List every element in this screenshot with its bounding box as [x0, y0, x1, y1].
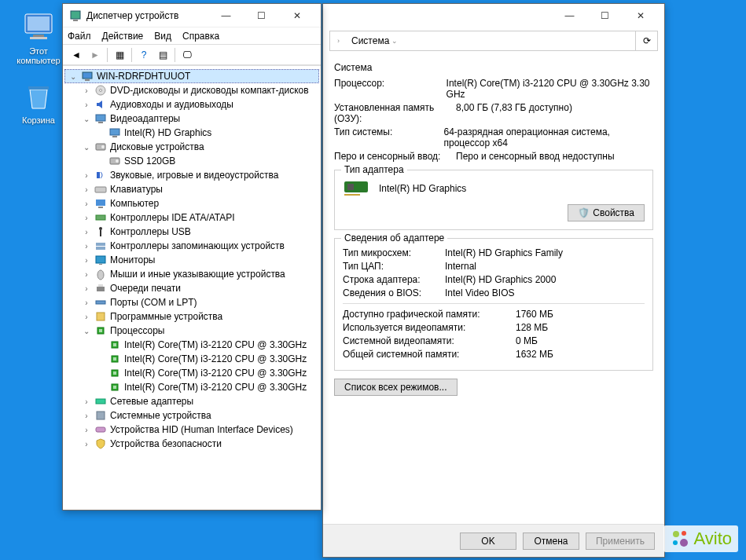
- minimize-button[interactable]: —: [208, 4, 244, 27]
- expand-icon[interactable]: ⌄: [82, 143, 91, 152]
- tree-node[interactable]: ⌄Видеоадаптеры: [64, 112, 319, 126]
- apply-button[interactable]: Применить: [586, 533, 655, 550]
- system-window: — ☐ ✕ › Система ⌄ ⟳ Система Процессор:In…: [322, 3, 665, 558]
- tree-node[interactable]: Intel(R) Core(TM) i3-2120 CPU @ 3.30GHz: [64, 366, 319, 380]
- tree-node[interactable]: Intel(R) HD Graphics: [64, 126, 319, 140]
- tree-node[interactable]: ›Контроллеры IDE ATA/ATAPI: [64, 210, 319, 225]
- tree-node[interactable]: ⌄Дисковые устройства: [64, 140, 319, 154]
- maximize-button[interactable]: ☐: [244, 4, 279, 27]
- svg-rect-36: [96, 301, 105, 304]
- expand-icon[interactable]: ›: [82, 397, 91, 406]
- toolbar-button[interactable]: ?: [135, 46, 153, 64]
- desktop-icon-recycle-bin[interactable]: Корзина: [11, 80, 66, 125]
- tree-root[interactable]: ⌄ WIN-RDRFDHTUUOT: [64, 69, 319, 83]
- expand-icon[interactable]: ⌄: [82, 115, 91, 123]
- expand-icon[interactable]: ›: [82, 298, 91, 307]
- svg-rect-15: [98, 122, 103, 123]
- tree-node[interactable]: ›Аудиовходы и аудиовыходы: [64, 97, 319, 112]
- tree-node[interactable]: ›Сетевые адаптеры: [64, 394, 319, 408]
- toolbar-button[interactable]: ▤: [154, 46, 171, 64]
- refresh-button[interactable]: ⟳: [635, 31, 657, 50]
- svg-rect-10: [83, 72, 92, 79]
- close-button[interactable]: ✕: [623, 5, 658, 27]
- expand-icon[interactable]: ›: [82, 270, 91, 279]
- expand-icon[interactable]: ›: [82, 101, 91, 109]
- row-key: Перо и сенсорный ввод:: [334, 151, 456, 162]
- tree-node[interactable]: ⌄Процессоры: [64, 324, 319, 338]
- tree-node-label: Intel(R) Core(TM) i3-2120 CPU @ 3.30GHz: [124, 353, 307, 364]
- tree-node[interactable]: ›Устройства HID (Human Interface Devices…: [64, 423, 319, 437]
- svg-rect-39: [99, 329, 102, 332]
- svg-rect-17: [112, 136, 117, 137]
- svg-rect-9: [73, 20, 78, 21]
- info-row: Строка адаптера:Intel(R) HD Graphics 200…: [343, 274, 645, 285]
- expand-icon[interactable]: ›: [82, 412, 91, 420]
- tree-node[interactable]: ›Порты (COM и LPT): [64, 295, 319, 309]
- expand-icon[interactable]: ›: [82, 199, 91, 208]
- tree-node[interactable]: ›Очереди печати: [64, 281, 319, 295]
- tree-node[interactable]: Intel(R) Core(TM) i3-2120 CPU @ 3.30GHz: [64, 380, 319, 394]
- tree-node[interactable]: ›DVD-дисководы и дисководы компакт-диско…: [64, 83, 319, 97]
- menu-help[interactable]: Справка: [182, 31, 219, 42]
- svg-rect-24: [96, 199, 105, 206]
- breadcrumb-segment[interactable]: Система ⌄: [347, 31, 405, 50]
- svg-rect-34: [97, 287, 105, 291]
- storage-icon: [94, 240, 107, 252]
- maximize-button[interactable]: ☐: [587, 5, 623, 27]
- tree-node[interactable]: ›Мыши и иные указывающие устройства: [64, 267, 319, 281]
- menu-view[interactable]: Вид: [154, 31, 171, 42]
- expand-icon[interactable]: ›: [82, 228, 91, 236]
- tree-node[interactable]: ›Контроллеры запоминающих устройств: [64, 239, 319, 253]
- menu-action[interactable]: Действие: [102, 31, 144, 42]
- expand-icon[interactable]: ›: [82, 440, 91, 448]
- minimize-button[interactable]: —: [552, 5, 587, 27]
- tree-node[interactable]: ›Звуковые, игровые и видеоустройства: [64, 168, 319, 182]
- tree-node[interactable]: ›Программные устройства: [64, 309, 319, 324]
- forward-button[interactable]: ►: [86, 46, 104, 64]
- tree-node[interactable]: ›Устройства безопасности: [64, 437, 319, 451]
- avito-logo-icon: [670, 529, 690, 549]
- expand-icon[interactable]: ›: [82, 284, 91, 293]
- svg-rect-7: [344, 194, 360, 196]
- tree-node[interactable]: ›Системные устройства: [64, 408, 319, 423]
- back-button[interactable]: ◄: [68, 46, 85, 64]
- ok-button[interactable]: OK: [460, 533, 516, 550]
- tree-node-label: Порты (COM и LPT): [110, 297, 197, 308]
- disk-icon: [108, 155, 121, 167]
- list-modes-button[interactable]: Список всех режимов...: [334, 379, 458, 396]
- close-button[interactable]: ✕: [279, 4, 314, 27]
- expand-icon[interactable]: ›: [82, 214, 91, 222]
- tree-node[interactable]: ›Контроллеры USB: [64, 225, 319, 239]
- toolbar-button[interactable]: ▦: [111, 46, 128, 64]
- tree-node[interactable]: ›Компьютер: [64, 196, 319, 210]
- tree-node[interactable]: Intel(R) Core(TM) i3-2120 CPU @ 3.30GHz: [64, 338, 319, 352]
- expand-icon[interactable]: ›: [82, 86, 91, 95]
- mouse-icon: [94, 268, 107, 280]
- desktop-icon-label: Этот компьютер: [11, 46, 66, 65]
- expand-icon[interactable]: ›: [82, 185, 91, 194]
- cancel-button[interactable]: Отмена: [523, 533, 579, 550]
- expand-icon[interactable]: ›: [82, 426, 91, 434]
- tree-node[interactable]: SSD 120GB: [64, 154, 319, 168]
- tree-node[interactable]: ›Клавиатуры: [64, 182, 319, 196]
- row-key: Процессор:: [334, 78, 446, 100]
- desktop-icon-label: Корзина: [11, 115, 66, 125]
- expand-icon[interactable]: ›: [82, 313, 91, 321]
- expand-icon[interactable]: ⌄: [82, 327, 91, 335]
- breadcrumb[interactable]: › Система ⌄ ⟳: [329, 31, 658, 51]
- desktop-icon-this-pc[interactable]: Этот компьютер: [11, 11, 66, 65]
- row-key: Тип ЦАП:: [343, 261, 445, 272]
- tree-node-label: Intel(R) Core(TM) i3-2120 CPU @ 3.30GHz: [124, 339, 307, 350]
- device-tree[interactable]: ⌄ WIN-RDRFDHTUUOT ›DVD-дисководы и диско…: [63, 65, 321, 508]
- collapse-icon[interactable]: ⌄: [68, 72, 78, 81]
- tree-node[interactable]: ›Мониторы: [64, 253, 319, 267]
- menu-file[interactable]: Файл: [68, 31, 91, 42]
- toolbar-button[interactable]: 🖵: [178, 46, 196, 64]
- expand-icon[interactable]: ›: [82, 256, 91, 265]
- expand-icon[interactable]: ›: [82, 171, 91, 180]
- cpu-icon: [108, 367, 121, 379]
- properties-button[interactable]: 🛡️Свойства: [568, 204, 645, 221]
- expand-icon[interactable]: ›: [82, 242, 91, 251]
- tree-node[interactable]: Intel(R) Core(TM) i3-2120 CPU @ 3.30GHz: [64, 352, 319, 366]
- svg-rect-32: [99, 264, 102, 265]
